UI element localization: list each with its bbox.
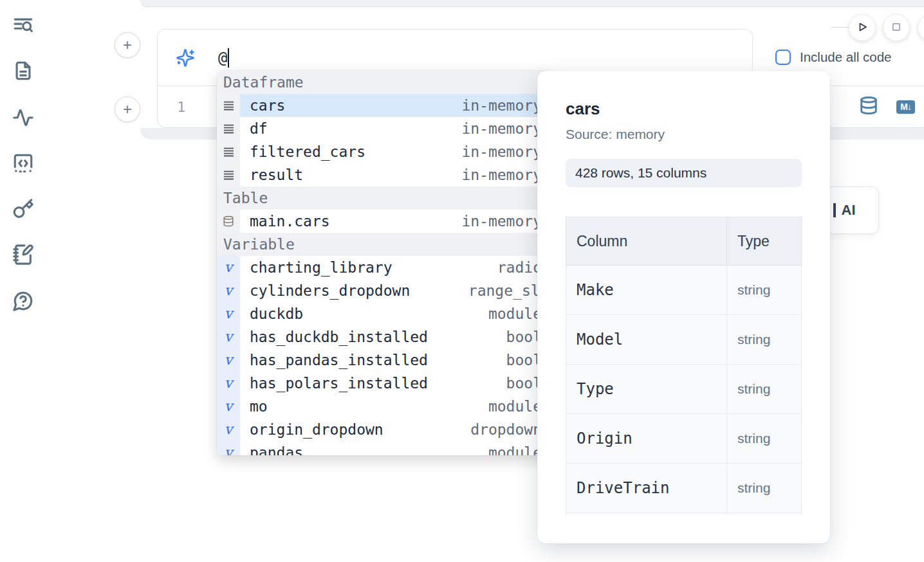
- schema-column-type: string: [727, 464, 802, 513]
- clipped-letter: [833, 203, 836, 217]
- completion-item-main: resultin-memory: [240, 163, 551, 186]
- markdown-badge-icon[interactable]: M↓: [896, 100, 915, 114]
- completion-item-origin_dropdown[interactable]: vorigin_dropdowndropdown: [217, 418, 551, 441]
- completion-item-charting_library[interactable]: vcharting_libraryradio: [217, 256, 551, 279]
- ai-suggestion-card[interactable]: AI: [825, 186, 879, 234]
- schema-column-type: string: [727, 315, 802, 365]
- schema-column-name: Type: [566, 365, 727, 414]
- completion-item-has_duckdb_installed[interactable]: vhas_duckdb_installedbool: [217, 325, 551, 349]
- schema-row: Makestring: [566, 266, 802, 315]
- add-cell-button-bottom[interactable]: +: [115, 96, 140, 122]
- completion-item-duckdb[interactable]: vduckdbmodule: [217, 302, 551, 325]
- completion-item-cars[interactable]: carsin-memory: [217, 94, 551, 117]
- variable-icon: v: [217, 372, 240, 395]
- completion-item-main: carsin-memory: [240, 94, 551, 117]
- schema-header-cell: Type: [727, 217, 802, 266]
- completion-item-type: bool: [506, 329, 542, 345]
- completion-item-main: momodule: [240, 395, 551, 418]
- completion-item-main: has_duckdb_installedbool: [240, 325, 551, 349]
- completion-item-name: mo: [250, 398, 488, 415]
- dataframe-icon: [217, 94, 240, 117]
- ai-prompt-input[interactable]: @: [218, 48, 229, 68]
- play-icon: [855, 19, 870, 37]
- completion-item-main: duckdbmodule: [240, 302, 551, 325]
- variable-icon: v: [217, 418, 240, 441]
- preview-shape-badge: 428 rows, 15 columns: [566, 159, 802, 187]
- completion-section-header: Dataframe: [217, 71, 551, 94]
- completion-item-name: cars: [250, 97, 461, 114]
- completion-item-type: module: [488, 305, 542, 322]
- sidebar-scratchpad-button[interactable]: [12, 244, 35, 267]
- line-number: 1: [177, 99, 185, 115]
- database-icon[interactable]: [859, 96, 878, 118]
- dataframe-icon: [217, 117, 240, 140]
- schema-header-cell: Column: [566, 217, 727, 266]
- helper-sidebar: [0, 0, 46, 562]
- completion-item-main: has_pandas_installedbool: [240, 349, 551, 372]
- completion-item-name: has_duckdb_installed: [250, 329, 506, 345]
- preview-table-wrap: ColumnTypeMakestringModelstringTypestrin…: [566, 217, 802, 515]
- sidebar-documents-button[interactable]: [12, 60, 35, 83]
- completion-item-result[interactable]: resultin-memory: [217, 163, 551, 186]
- help-bubble-icon: [12, 304, 34, 314]
- variable-icon: v: [217, 441, 240, 455]
- marimo-notebook: + + @ Include all code 1 M↓: [0, 0, 924, 562]
- schema-table: ColumnTypeMakestringModelstringTypestrin…: [566, 217, 802, 515]
- schema-row: Typestring: [566, 365, 802, 414]
- completion-item-type: bool: [506, 352, 542, 368]
- ai-card-label: AI: [842, 202, 856, 219]
- completion-item-filtered_cars[interactable]: filtered_carsin-memory: [217, 140, 551, 163]
- variable-icon: v: [217, 279, 240, 302]
- schema-column-name: Origin: [566, 414, 727, 464]
- notebook-pen-icon: [12, 258, 34, 267]
- sidebar-help-button[interactable]: [12, 290, 35, 313]
- include-all-code-checkbox[interactable]: [775, 50, 791, 65]
- code-square-icon: [12, 167, 34, 176]
- completion-item-df[interactable]: dfin-memory: [217, 117, 551, 140]
- preview-title: cars: [566, 99, 802, 119]
- completion-item-main: cylinders_dropdownrange_slider: [240, 279, 551, 302]
- include-all-code-label[interactable]: Include all code: [800, 50, 891, 65]
- variable-icon: v: [217, 325, 240, 349]
- sidebar-secrets-button[interactable]: [12, 198, 35, 221]
- completion-item-main: charting_libraryradio: [240, 256, 551, 279]
- activity-icon: [12, 121, 34, 131]
- completion-item-type: in-memory: [461, 97, 542, 114]
- completion-item-type: bool: [506, 375, 542, 392]
- completion-item-main: pandasmodule: [240, 441, 551, 455]
- completion-item-name: charting_library: [250, 259, 497, 276]
- completion-item-cylinders_dropdown[interactable]: vcylinders_dropdownrange_slider: [217, 279, 551, 302]
- completion-item-has_polars_installed[interactable]: vhas_polars_installedbool: [217, 372, 551, 395]
- text-cursor: [228, 48, 229, 68]
- key-icon: [12, 212, 34, 222]
- schema-column-name: Make: [566, 266, 727, 315]
- completion-item-mo[interactable]: vmomodule: [217, 395, 551, 418]
- prompt-text: @: [218, 49, 227, 67]
- schema-column-type: string: [727, 365, 802, 414]
- completion-item-name: df: [250, 120, 461, 137]
- stop-button[interactable]: [883, 14, 910, 41]
- completion-item-main: origin_dropdowndropdown: [240, 418, 551, 441]
- file-text-icon: [12, 74, 34, 84]
- sidebar-snippets-button[interactable]: [12, 152, 35, 176]
- completion-item-main.cars[interactable]: main.carsin-memory: [217, 210, 551, 233]
- completion-dropdown: Dataframecarsin-memorydfin-memoryfiltere…: [217, 71, 551, 455]
- toolbar-divider-line: [831, 27, 851, 28]
- completion-item-name: has_pandas_installed: [250, 352, 506, 368]
- completion-item-has_pandas_installed[interactable]: vhas_pandas_installedbool: [217, 349, 551, 372]
- sidebar-tracing-button[interactable]: [12, 107, 35, 130]
- run-cell-button[interactable]: [849, 14, 876, 41]
- sidebar-search-button[interactable]: [12, 15, 35, 38]
- schema-column-type: [727, 513, 802, 516]
- schema-row: [566, 513, 802, 516]
- completion-item-type: radio: [497, 259, 542, 276]
- add-cell-button-top[interactable]: +: [115, 32, 140, 58]
- completion-item-pandas[interactable]: vpandasmodule: [217, 441, 551, 455]
- variable-icon: v: [217, 302, 240, 325]
- completion-item-name: has_polars_installed: [250, 375, 506, 392]
- schema-row: Modelstring: [566, 315, 802, 365]
- schema-row: DriveTrainstring: [566, 464, 802, 513]
- preview-source: Source: memory: [566, 127, 802, 142]
- completion-section-header: Table: [217, 186, 551, 210]
- completion-item-name: origin_dropdown: [250, 421, 470, 438]
